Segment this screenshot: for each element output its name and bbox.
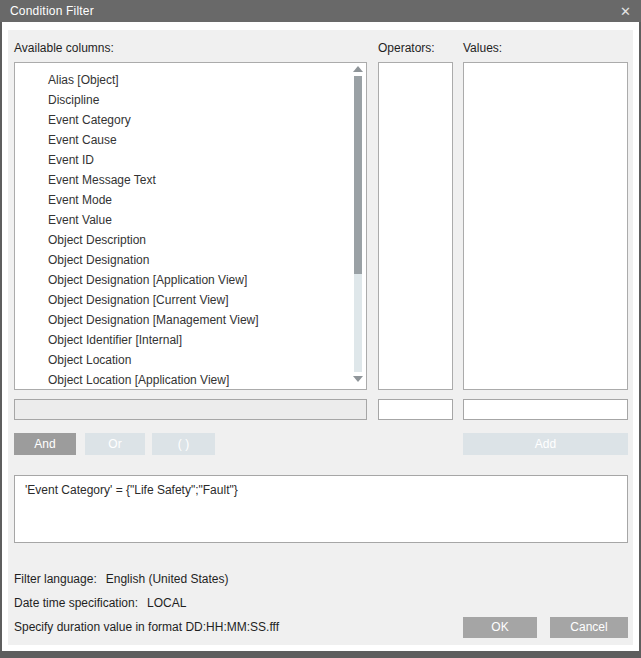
date-time-value: LOCAL — [147, 596, 186, 610]
duration-format-hint: Specify duration value in format DD:HH:M… — [14, 620, 279, 634]
ok-button[interactable]: OK — [463, 617, 537, 638]
column-list-item[interactable]: Object Designation [Application View] — [15, 270, 366, 290]
cancel-button[interactable]: Cancel — [550, 617, 628, 638]
condition-expression-area[interactable]: 'Event Category' = {"Life Safety";"Fault… — [14, 475, 628, 543]
column-list-item[interactable]: Object Identifier [Internal] — [15, 330, 366, 350]
filter-language-row: Filter language:English (United States) — [14, 572, 228, 586]
operator-input[interactable] — [378, 399, 453, 420]
column-list-item[interactable]: Event Mode — [15, 190, 366, 210]
parentheses-button[interactable]: ( ) — [152, 433, 215, 455]
column-list-item[interactable]: Object Designation [Current View] — [15, 290, 366, 310]
column-list-item[interactable]: Discipline — [15, 90, 366, 110]
column-list-item[interactable]: Alias [Object] — [15, 70, 366, 90]
column-list-item[interactable]: Object Designation — [15, 250, 366, 270]
column-filter-input — [14, 399, 367, 420]
values-list[interactable] — [463, 62, 628, 390]
available-columns-label: Available columns: — [14, 41, 114, 56]
columns-scrollbar[interactable] — [353, 66, 363, 382]
column-list-item[interactable]: Event Value — [15, 210, 366, 230]
and-button[interactable]: And — [14, 433, 76, 455]
scroll-down-icon[interactable] — [353, 376, 363, 382]
titlebar[interactable]: Condition Filter ✕ — [0, 0, 641, 22]
close-icon[interactable]: ✕ — [620, 5, 631, 18]
condition-filter-dialog: Condition Filter ✕ Available columns: Op… — [0, 0, 641, 658]
column-list-item[interactable]: Object Location — [15, 350, 366, 370]
column-list-item[interactable]: Object Description — [15, 230, 366, 250]
column-list-item[interactable]: Object Location [Application View] — [15, 370, 366, 390]
add-button[interactable]: Add — [463, 433, 628, 455]
column-list-item[interactable]: Event ID — [15, 150, 366, 170]
date-time-label: Date time specification: — [14, 596, 138, 610]
filter-language-value: English (United States) — [106, 572, 229, 586]
values-label: Values: — [463, 41, 502, 56]
dialog-content: Available columns: Operators: Values: Al… — [8, 30, 633, 645]
scrollbar-thumb[interactable] — [354, 76, 362, 274]
or-button[interactable]: Or — [85, 433, 145, 455]
operators-label: Operators: — [378, 41, 435, 56]
filter-language-label: Filter language: — [14, 572, 97, 586]
value-input[interactable] — [463, 399, 628, 420]
column-list-item[interactable]: Event Message Text — [15, 170, 366, 190]
window-title: Condition Filter — [10, 4, 94, 18]
date-time-row: Date time specification:LOCAL — [14, 596, 186, 610]
column-list-item[interactable]: Object Designation [Management View] — [15, 310, 366, 330]
scroll-up-icon[interactable] — [353, 66, 363, 72]
column-list-item[interactable]: Event Category — [15, 110, 366, 130]
column-list-item[interactable]: Event Cause — [15, 130, 366, 150]
available-columns-list[interactable]: Alias [Object]DisciplineEvent CategoryEv… — [14, 62, 367, 390]
scrollbar-track[interactable] — [354, 76, 362, 372]
window-frame: Available columns: Operators: Values: Al… — [0, 22, 641, 658]
operators-list[interactable] — [378, 62, 453, 390]
